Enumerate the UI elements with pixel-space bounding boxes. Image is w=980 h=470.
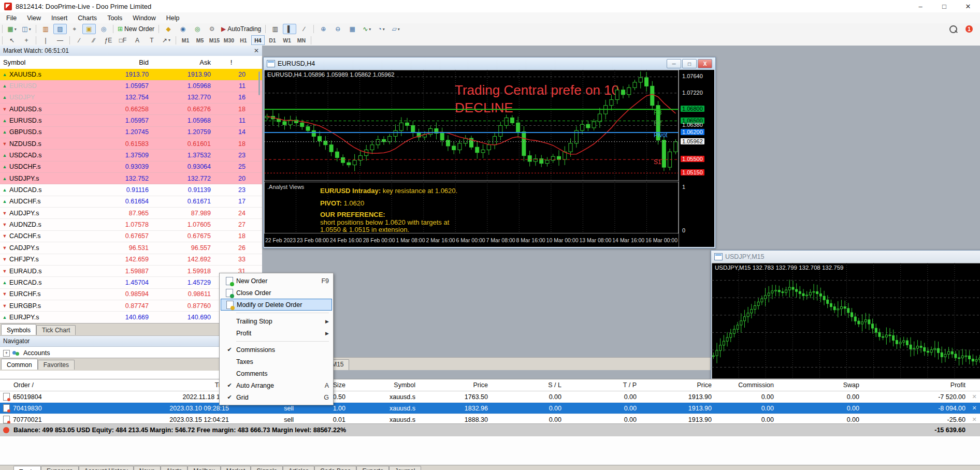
usdjpy-window-titlebar[interactable]: USDJPY,M15 <box>711 251 980 263</box>
timeframe-M15[interactable]: M15 <box>208 35 221 45</box>
bar-chart-mode-icon[interactable]: ▥ <box>268 24 282 34</box>
eurusd-chart-area[interactable]: Trading Central prefe on 10DECLINER3R2Pi… <box>264 70 714 247</box>
menu-item-profit[interactable]: Profit▶ <box>221 327 332 339</box>
timeframe-H1[interactable]: H1 <box>237 35 250 45</box>
options-icon[interactable]: ⚙ <box>205 24 219 34</box>
order-column-symbol[interactable]: Symbol <box>350 381 420 389</box>
bottom-tab-account-history[interactable]: Account History <box>79 466 134 470</box>
chart-restore-button[interactable]: □ <box>682 59 697 68</box>
dropdown-arrow-icon[interactable]: ▾ <box>168 38 170 42</box>
horizontal-line-tool-icon[interactable]: — <box>53 35 67 46</box>
timeframe-M30[interactable]: M30 <box>222 35 236 45</box>
market-watch-row-USDCAD.s[interactable]: ▲USDCAD.s1.375091.3753223 <box>0 150 262 161</box>
menu-item-close-order[interactable]: Close Order <box>221 287 332 299</box>
order-column-profit[interactable]: Profit <box>863 381 970 389</box>
dropdown-arrow-icon[interactable]: ▾ <box>383 27 385 32</box>
market-watch-row-USDJPY[interactable]: ▲USDJPY132.754132.77016 <box>0 92 262 104</box>
timeframe-M1[interactable]: M1 <box>179 35 192 45</box>
order-column-price2[interactable]: Price <box>641 381 716 389</box>
market-watch-close-icon[interactable]: ✕ <box>254 47 259 54</box>
close-position-icon[interactable]: ✕ <box>970 405 980 412</box>
market-watch-row-AUDCAD.s[interactable]: ▲AUDCAD.s0.911160.9113923 <box>0 184 262 196</box>
bottom-tab-mailbox[interactable]: Mailbox <box>188 466 220 470</box>
usdjpy-chart-pane[interactable] <box>712 263 980 379</box>
menu-item-comments[interactable]: Comments <box>221 368 332 379</box>
shapes-tool-icon[interactable]: □F <box>116 35 129 46</box>
menu-item-new-order[interactable]: New OrderF9 <box>221 275 332 287</box>
indicators-icon[interactable]: ∿▾ <box>360 24 373 34</box>
timeframe-MN[interactable]: MN <box>295 35 308 45</box>
cursor-tool-icon[interactable]: ↖ <box>5 35 19 46</box>
bottom-tab-trade[interactable]: Trade <box>13 466 41 470</box>
order-row-70419830[interactable]: 704198302023.03.10 09:28:15sell1.00xauus… <box>0 403 980 414</box>
zoom-in-icon[interactable]: ⊕ <box>316 24 330 34</box>
close-button[interactable]: ✕ <box>956 0 980 12</box>
order-column-time[interactable]: Time <box>62 381 233 389</box>
market-watch-row-CADJPY.s[interactable]: ▼CADJPY.s96.53196.55726 <box>0 242 262 254</box>
navigator-toggle-icon[interactable]: ⌖ <box>68 24 81 34</box>
maximize-button[interactable]: □ <box>932 0 956 12</box>
tree-expand-icon[interactable]: + <box>3 350 10 357</box>
dropdown-arrow-icon[interactable]: ▾ <box>398 27 400 32</box>
menu-item-commissions[interactable]: ✔Commissions <box>221 344 332 356</box>
menu-item-auto-arrange[interactable]: ✔Auto ArrangeA <box>221 379 332 391</box>
menu-insert[interactable]: Insert <box>46 13 73 23</box>
chart-close-button[interactable]: X <box>698 59 712 68</box>
order-column-tp[interactable]: T / P <box>566 381 641 389</box>
order-row-65019804[interactable]: 650198042022.11.18 10:30.50xauusd.s1763.… <box>0 391 980 403</box>
menu-window[interactable]: Window <box>127 13 161 23</box>
strategy-tester-icon[interactable]: ◎ <box>97 24 110 34</box>
market-watch-row-CHFJPY.s[interactable]: ▼CHFJPY.s142.659142.69233 <box>0 254 262 266</box>
periods-icon[interactable]: ◔▾ <box>374 24 388 34</box>
chart-minimize-button[interactable]: ─ <box>667 59 681 68</box>
expert-advisors-icon[interactable]: ◉ <box>176 24 190 34</box>
signals-icon[interactable]: ◎ <box>191 24 204 34</box>
price-scale[interactable]: 1.076401.072201.068001.065001.063801.062… <box>679 70 714 247</box>
dropdown-arrow-icon[interactable]: ▾ <box>15 27 17 32</box>
bottom-tab-market[interactable]: Market <box>221 466 251 470</box>
bottom-tab-code-base[interactable]: Code Base <box>314 466 356 470</box>
market-watch-row-USDJPY.s[interactable]: ▲USDJPY.s132.752132.77220 <box>0 173 262 184</box>
bottom-tab-exposure[interactable]: Exposure <box>41 466 79 470</box>
tab-favorites[interactable]: Favorites <box>38 360 75 370</box>
arrows-tool-icon[interactable]: ↗▾ <box>160 35 173 46</box>
menu-item-grid[interactable]: ✔GridG <box>221 391 332 403</box>
market-watch-row-EURUSD.s[interactable]: ▲EURUSD.s1.059571.0596811 <box>0 115 262 126</box>
timeframe-W1[interactable]: W1 <box>280 35 294 45</box>
notification-badge-icon[interactable]: 1 <box>965 25 973 33</box>
timeframe-M5[interactable]: M5 <box>193 35 207 45</box>
tab-symbols[interactable]: Symbols <box>1 324 36 335</box>
menu-file[interactable]: File <box>1 13 22 23</box>
search-icon[interactable] <box>946 24 960 34</box>
text-tool-icon[interactable]: A <box>131 35 144 46</box>
column-ask[interactable]: Ask <box>152 58 214 66</box>
tab-common[interactable]: Common <box>1 359 38 370</box>
column-symbol[interactable]: Symbol <box>0 58 90 66</box>
close-position-icon[interactable]: ✕ <box>970 416 980 423</box>
market-watch-row-AUDJPY.s[interactable]: ▼AUDJPY.s87.96587.98924 <box>0 208 262 219</box>
menu-charts[interactable]: Charts <box>73 13 102 23</box>
metaeditor-icon[interactable]: ◆ <box>162 24 175 34</box>
vertical-line-tool-icon[interactable]: | <box>39 35 52 46</box>
channel-tool-icon[interactable]: ∕∕ <box>87 35 100 46</box>
market-watch-row-EURUSD[interactable]: ▲EURUSD1.059571.0596811 <box>0 80 262 92</box>
order-column-swap[interactable]: Swap <box>778 381 863 389</box>
terminal-toggle-icon[interactable]: ▣ <box>82 24 96 34</box>
order-column-order[interactable]: Order / <box>0 381 62 389</box>
market-watch-scrollbar[interactable] <box>258 71 260 95</box>
data-window-toggle-icon[interactable]: ▨ <box>53 24 67 34</box>
time-axis[interactable]: 22 Feb 202323 Feb 08:0024 Feb 16:0028 Fe… <box>265 236 678 245</box>
profiles-icon[interactable]: ◫▾ <box>20 24 33 34</box>
column-bid[interactable]: Bid <box>90 58 152 66</box>
market-watch-row-NZDUSD.s[interactable]: ▼NZDUSD.s0.615830.6160118 <box>0 138 262 150</box>
market-watch-row-AUDUSD.s[interactable]: ▼AUDUSD.s0.662580.6627618 <box>0 104 262 115</box>
crosshair-tool-icon[interactable]: + <box>20 35 33 46</box>
zoom-out-icon[interactable]: ⊖ <box>331 24 344 34</box>
market-watch-row-AUDNZD.s[interactable]: ▼AUDNZD.s1.075781.0760527 <box>0 219 262 230</box>
fibonacci-tool-icon[interactable]: ƒE <box>102 35 115 46</box>
menu-tools[interactable]: Tools <box>102 13 127 23</box>
market-watch-row-USDCHF.s[interactable]: ▲USDCHF.s0.930390.9306425 <box>0 161 262 173</box>
bottom-tab-signals[interactable]: Signals <box>251 466 282 470</box>
templates-icon[interactable]: ▱▾ <box>389 24 402 34</box>
tab-tick-chart[interactable]: Tick Chart <box>36 325 76 335</box>
